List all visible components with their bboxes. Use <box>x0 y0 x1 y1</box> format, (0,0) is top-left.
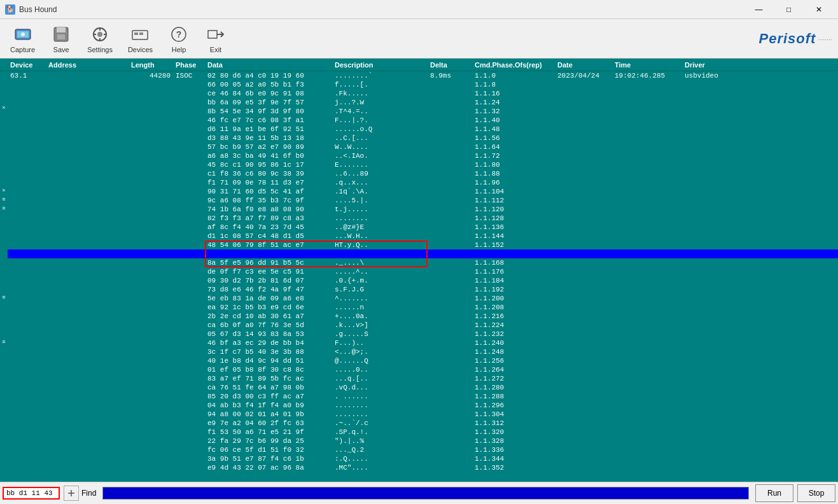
cell-description: ......o.Q <box>332 125 428 133</box>
table-row[interactable]: d1 1c 08 57 c4 48 d1 d5 ...W.H.. 1.1.144 <box>8 232 838 241</box>
cell-data: e9 4d 43 22 07 ac 96 8a <box>205 464 332 472</box>
cell-cmdphase: 1.1.344 <box>472 455 555 463</box>
table-row[interactable]: bb 6a 09 e5 3f 9e 7f 57 j...?.W 1.1.24 <box>8 98 838 107</box>
table-row[interactable]: 94 a8 00 02 01 a4 01 9b ........ 1.1.304 <box>8 410 838 419</box>
devices-icon <box>130 24 150 45</box>
table-row[interactable]: af 8c f4 40 7a 23 7d 45 ..@z#}E 1.1.136 <box>8 223 838 232</box>
table-row[interactable]: 09 30 d2 7b 2b 81 6d 07 .0.{+.m. 1.1.184 <box>8 276 838 285</box>
find-label: Find <box>81 489 96 498</box>
cell-cmdphase: 1.1.176 <box>472 268 555 276</box>
table-row[interactable]: 46 bf a3 ec 29 de bb b4 F...).. 1.1.240 <box>8 339 838 347</box>
cell-description: ..6...89 <box>332 170 428 178</box>
status-bar: bb d1 11 43 Find Run Stop <box>0 482 838 504</box>
table-row[interactable]: 9c a6 08 ff 35 b3 7c 9f ....5.|. 1.1.112 <box>8 196 838 205</box>
table-row[interactable]: 90 31 71 60 d5 5c 41 af .1q`.\A. 1.1.104 <box>8 187 838 196</box>
cell-description: W..W.... <box>332 143 428 151</box>
column-headers: Device Address Length Phase Data Descrip… <box>0 59 838 71</box>
table-row[interactable]: 74 1b 6a f0 e8 a8 08 90 t.j..... 1.1.120 <box>8 205 838 214</box>
cell-description: .Fk..... <box>332 90 428 97</box>
cell-data: bb d1 11 43 68 f8 d0 57 <box>205 250 332 258</box>
capture-button[interactable]: Capture <box>5 22 40 56</box>
cell-data: 73 d8 e6 46 f2 4a 9f 47 <box>205 286 332 293</box>
cell-description: . ...... <box>332 393 428 400</box>
svg-rect-5 <box>57 34 65 39</box>
cell-cmdphase: 1.1.32 <box>472 108 555 115</box>
help-icon: ? <box>169 24 189 45</box>
table-row[interactable]: e9 7e a2 04 60 2f fc 63 .~..`/.c 1.1.312 <box>8 419 838 428</box>
cell-description: ").|..% <box>332 437 428 445</box>
cell-data: 9c a6 08 ff 35 b3 7c 9f <box>205 197 332 204</box>
table-row[interactable]: 01 ef 05 b8 8f 30 c8 8c .....0.. 1.1.264 <box>8 365 838 374</box>
table-row[interactable]: 22 fa 29 7c b6 99 da 25 ").|..% 1.1.328 <box>8 437 838 445</box>
cell-data: 2b 2e cd 10 ab 30 61 a7 <box>205 312 332 320</box>
table-row[interactable]: 05 67 d3 14 93 83 8a 53 .g.....S 1.1.232 <box>8 330 838 339</box>
settings-button[interactable]: Settings <box>82 22 118 56</box>
table-row[interactable]: 85 20 d3 00 c3 ff ac a7 . ...... 1.1.288 <box>8 392 838 401</box>
table-row[interactable]: 63.1 44280 ISOC 02 80 d6 a4 c0 19 19 60 … <box>8 71 838 80</box>
cell-cmdphase: 1.1.80 <box>472 161 555 169</box>
table-row[interactable]: ea 92 1c b5 b3 e9 cd 6e ......n 1.1.208 <box>8 303 838 312</box>
cell-data: ca 6b 0f a0 7f 76 3e 5d <box>205 321 332 329</box>
find-prev-button[interactable] <box>64 486 79 501</box>
title-bar: 🐕 Bus Hound — □ ✕ <box>0 0 838 19</box>
table-row[interactable]: a6 a8 3c ba 49 41 6f b0 ..<.IAo. 1.1.72 <box>8 151 838 160</box>
table-row[interactable]: f1 71 09 0e 78 11 d3 e7 .q..x... 1.1.96 <box>8 178 838 187</box>
cell-cmdphase: 1.1.8 <box>472 81 555 88</box>
close-button[interactable]: ✕ <box>804 0 833 19</box>
cell-data: 46 bf a3 ec 29 de bb b4 <box>205 339 332 347</box>
table-row[interactable]: ce 46 84 6b e0 9c 91 08 .Fk..... 1.1.16 <box>8 89 838 98</box>
cell-description: ..<.IAo. <box>332 152 428 160</box>
table-row[interactable]: 57 bc b9 57 a2 e7 90 89 W..W.... 1.1.64 <box>8 143 838 151</box>
devices-button[interactable]: Devices <box>123 22 158 56</box>
main-content: Device Address Length Phase Data Descrip… <box>0 59 838 482</box>
col-address-header: Address <box>46 61 129 69</box>
table-row[interactable]: 3c 1f c7 b5 40 3e 3b 88 <...@>;. 1.1.248 <box>8 347 838 356</box>
exit-label: Exit <box>210 46 221 53</box>
table-row[interactable]: bb d1 11 43 68 f8 d0 57 ...Ch..W 1.1.160 <box>8 249 838 258</box>
table-row[interactable]: 73 d8 e6 46 f2 4a 9f 47 s.F.J.G 1.1.192 <box>8 285 838 294</box>
cell-cmdphase: 1.1.152 <box>472 241 555 249</box>
minimize-button[interactable]: — <box>744 0 773 19</box>
table-row[interactable]: de 0f f7 c3 ee 5e c5 91 .....^.. 1.1.176 <box>8 267 838 276</box>
cell-cmdphase: 1.1.112 <box>472 197 555 204</box>
table-row[interactable]: 8a 5f e5 96 dd 91 b5 5c ._....\ 1.1.168 <box>8 258 838 267</box>
table-row[interactable]: d3 88 43 9e 11 5b 13 18 ..C.[... 1.1.56 <box>8 134 838 143</box>
run-button[interactable]: Run <box>755 484 793 502</box>
save-button[interactable]: Save <box>45 22 77 56</box>
table-row[interactable]: e9 4d 43 22 07 ac 96 8a .MC".... 1.1.352 <box>8 463 838 472</box>
table-row[interactable]: 82 f3 f3 a7 f7 89 c8 a3 ........ 1.1.128 <box>8 214 838 223</box>
table-row[interactable]: 48 54 06 79 8f 51 ac e7 HT.y.Q.. 1.1.152 <box>8 241 838 249</box>
search-box[interactable]: bb d1 11 43 <box>3 487 60 500</box>
table-row[interactable]: 45 8c c1 90 95 86 1c 17 E....... 1.1.80 <box>8 160 838 169</box>
table-row[interactable]: c1 f8 36 c6 80 9c 38 39 ..6...89 1.1.88 <box>8 169 838 178</box>
cell-description: ...q.[.. <box>332 375 428 382</box>
svg-rect-14 <box>139 32 143 35</box>
exit-button[interactable]: Exit <box>200 22 232 56</box>
table-row[interactable]: 8b 54 5e 34 9f 3d 9f 80 .T^4.=.. 1.1.32 <box>8 107 838 116</box>
table-row[interactable]: 3a 9b 51 e7 87 f4 c6 1b :.Q..... 1.1.344 <box>8 454 838 463</box>
table-row[interactable]: 66 00 05 a2 a0 5b b1 f3 f.....[. 1.1.8 <box>8 80 838 89</box>
table-row[interactable]: 46 fc e7 7c c6 08 3f a1 F...|.?. 1.1.40 <box>8 116 838 125</box>
stop-button[interactable]: Stop <box>797 484 835 502</box>
col-delta-header: Delta <box>428 61 472 69</box>
table-row[interactable]: 04 ab b3 f4 1f f4 a0 b9 ........ 1.1.296 <box>8 401 838 410</box>
table-row[interactable]: 83 a7 ef 71 89 5b fc ac ...q.[.. 1.1.272 <box>8 374 838 383</box>
table-row[interactable]: fc 06 ce 5f d1 51 f0 32 ..._Q.2 1.1.336 <box>8 445 838 454</box>
cell-phase: ISOC <box>173 72 205 80</box>
table-row[interactable]: 40 1e b8 d4 9c 94 dd 51 @......Q 1.1.256 <box>8 356 838 365</box>
table-row[interactable]: ca 6b 0f a0 7f 76 3e 5d .k...v>] 1.1.224 <box>8 321 838 330</box>
table-row[interactable]: 5e eb 83 1a de 09 a6 e8 ^....... 1.1.200 <box>8 294 838 303</box>
table-row[interactable]: ca 76 51 fe 64 a7 98 0b .vQ.d... 1.1.280 <box>8 383 838 392</box>
toolbar: Capture Save Settings Devices ? Help Exi… <box>0 19 838 59</box>
cell-description: F...).. <box>332 339 428 347</box>
table-row[interactable]: d6 11 9a e1 be 6f 92 51 ......o.Q 1.1.48 <box>8 125 838 134</box>
cell-cmdphase: 1.1.256 <box>472 357 555 365</box>
maximize-button[interactable]: □ <box>774 0 803 19</box>
data-area[interactable]: ×≡≡ 63.1 44280 ISOC 02 80 d6 a4 c0 19 19… <box>0 71 838 482</box>
app-title: Bus Hound <box>19 5 57 14</box>
table-row[interactable]: 2b 2e cd 10 ab 30 61 a7 +....0a. 1.1.216 <box>8 312 838 321</box>
help-button[interactable]: ? Help <box>163 22 195 56</box>
table-row[interactable]: f1 53 50 a6 71 e5 21 9f .SP.q.!. 1.1.320 <box>8 428 838 437</box>
cell-cmdphase: 1.1.24 <box>472 99 555 106</box>
cell-data: bb 6a 09 e5 3f 9e 7f 57 <box>205 99 332 106</box>
